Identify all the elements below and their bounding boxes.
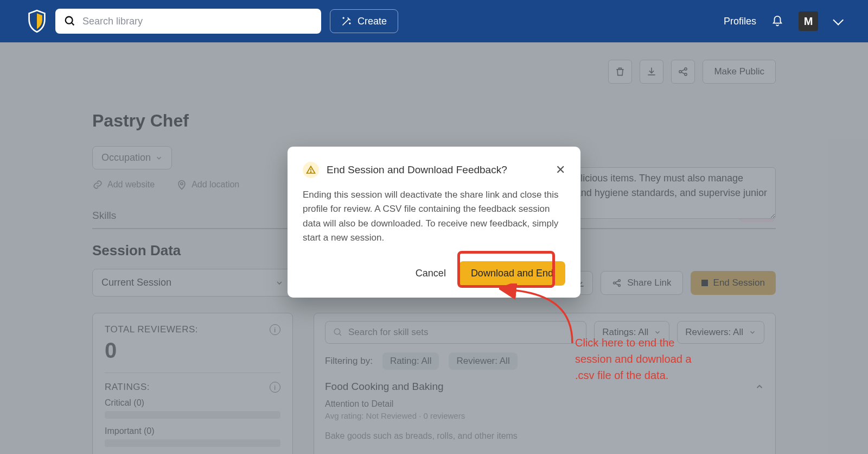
svg-point-0 <box>66 17 73 24</box>
nav-profiles[interactable]: Profiles <box>724 16 756 27</box>
create-button[interactable]: Create <box>330 9 398 33</box>
header-right: Profiles M <box>724 11 841 31</box>
download-and-end-button[interactable]: Download and End <box>459 261 565 286</box>
logo-icon <box>27 9 47 33</box>
bell-icon[interactable] <box>771 15 783 27</box>
avatar[interactable]: M <box>799 11 818 31</box>
svg-point-12 <box>310 172 311 173</box>
search-icon <box>64 15 76 27</box>
create-label: Create <box>358 16 387 27</box>
modal-title: End Session and Download Feedback? <box>327 164 548 176</box>
wand-icon <box>341 16 352 27</box>
app-header: Create Profiles M <box>0 0 868 42</box>
search-input[interactable] <box>82 16 312 27</box>
cancel-button[interactable]: Cancel <box>416 268 446 279</box>
search-input-container[interactable] <box>55 9 321 34</box>
modal-body: Ending this session will deactivate the … <box>303 188 565 245</box>
end-session-modal: End Session and Download Feedback? ✕ End… <box>288 147 580 298</box>
svg-line-1 <box>72 23 74 26</box>
close-icon[interactable]: ✕ <box>556 163 565 177</box>
annotation-text: Click here to end the session and downlo… <box>575 335 694 383</box>
warning-icon <box>303 162 319 178</box>
chevron-down-icon[interactable] <box>833 15 844 26</box>
